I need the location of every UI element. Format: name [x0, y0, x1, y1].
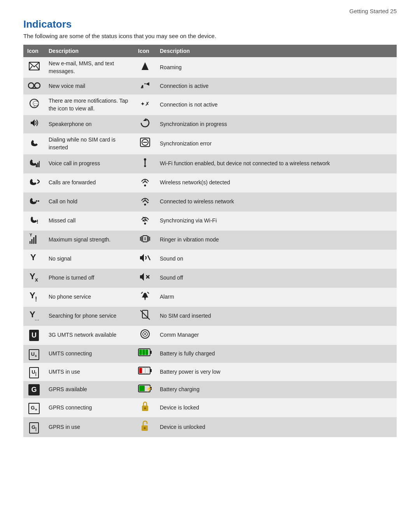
- icon-right: [134, 326, 156, 345]
- desc-right: Comm Manager: [156, 326, 397, 345]
- speakerphone-icon: [29, 118, 39, 128]
- icon-right: [134, 192, 156, 212]
- sync-progress-icon: [140, 118, 150, 128]
- svg-point-81: [144, 427, 146, 429]
- gprs-connecting-icon: G+: [28, 403, 39, 414]
- svg-text:Y: Y: [30, 271, 35, 281]
- desc-left: Speakerphone on: [45, 115, 134, 133]
- icon-right: [134, 269, 156, 288]
- no-sim-icon: [140, 310, 150, 320]
- desc-right: Battery charging: [156, 381, 397, 398]
- sound-off-icon: [139, 272, 151, 282]
- svg-rect-70: [150, 369, 152, 372]
- desc-left: Missed call: [45, 212, 134, 231]
- voicemail-icon: [28, 82, 40, 89]
- vibrate-icon: [140, 234, 150, 244]
- icon-left: U|: [23, 363, 45, 381]
- wireless-detected-icon: [141, 176, 149, 187]
- desc-right: Device is locked: [156, 398, 397, 417]
- icon-left: [23, 133, 45, 154]
- table-row: Dialing while no SIM card is insertedSyn…: [23, 133, 397, 154]
- desc-left: No phone service: [45, 288, 134, 307]
- desc-left: No signal: [45, 250, 134, 269]
- table-header-row: Icon Description Icon Description: [23, 45, 397, 57]
- device-unlocked-icon: [140, 420, 150, 432]
- desc-right: Wireless network(s) detected: [156, 173, 397, 192]
- umts-connecting-icon: U+: [29, 349, 40, 360]
- svg-line-45: [148, 255, 150, 260]
- sync-error-icon: [139, 137, 151, 148]
- svg-text:•◀: •◀: [144, 81, 149, 86]
- table-row: U|UMTS in useBattery power is very low: [23, 363, 397, 381]
- connection-inactive-icon: ✦✗: [140, 99, 150, 108]
- table-row: Speakerphone onSynchronization in progre…: [23, 115, 397, 133]
- desc-right: Synchronization in progress: [156, 115, 397, 133]
- icon-left: Yx: [23, 269, 45, 288]
- icon-right: ⚡: [134, 381, 156, 398]
- desc-right: Ringer in vibration mode: [156, 231, 397, 250]
- svg-point-4: [28, 83, 34, 88]
- icon-left: !: [23, 212, 45, 231]
- no-signal-icon: Y: [30, 252, 38, 263]
- icon-right: [134, 173, 156, 192]
- svg-point-30: [144, 222, 146, 224]
- table-row: 💬There are more notifications. Tap the i…: [23, 94, 397, 115]
- desc-left: GPRS available: [45, 381, 134, 398]
- table-row: Y...Searching for phone serviceNo SIM ca…: [23, 307, 397, 326]
- svg-point-54: [145, 299, 146, 300]
- svg-point-27: [144, 203, 146, 205]
- svg-marker-3: [142, 62, 149, 70]
- svg-line-1: [29, 66, 32, 70]
- icon-left: [23, 115, 45, 133]
- svg-rect-68: [145, 350, 148, 355]
- svg-point-23: [144, 184, 146, 186]
- icon-right: [134, 133, 156, 154]
- max-signal-icon: Y: [30, 233, 39, 244]
- sound-on-icon: [139, 253, 151, 262]
- desc-left: Voice call in progress: [45, 154, 134, 173]
- umts-icon: U: [29, 330, 39, 341]
- icon-right: [134, 115, 156, 133]
- svg-rect-19: [39, 161, 40, 167]
- call-hold-icon: [29, 196, 40, 206]
- icon-left: [23, 154, 45, 173]
- icon-right: [134, 288, 156, 307]
- icon-left: G: [23, 381, 45, 398]
- alarm-icon: [140, 291, 150, 301]
- svg-rect-66: [139, 350, 142, 355]
- desc-right: Sound on: [156, 250, 397, 269]
- section-title: Indicators: [23, 18, 397, 30]
- no-phone-service-icon: Y!: [30, 290, 39, 301]
- connection-active-icon: •◀: [140, 80, 150, 89]
- svg-text:✦✗: ✦✗: [140, 101, 150, 107]
- icon-left: [23, 192, 45, 212]
- wifi-enabled-icon: [142, 157, 148, 168]
- table-row: !Missed callSynchronizing via Wi-Fi: [23, 212, 397, 231]
- desc-left: Dialing while no SIM card is inserted: [45, 133, 134, 154]
- desc-right: Synchronizing via Wi-Fi: [156, 212, 397, 231]
- desc-right: Roaming: [156, 57, 397, 78]
- icon-left: [23, 173, 45, 192]
- svg-text:...: ...: [35, 315, 39, 320]
- indicators-table: Icon Description Icon Description New e-…: [23, 45, 397, 437]
- icon-right: [134, 57, 156, 78]
- icon-left: U: [23, 326, 45, 345]
- table-row: YNo signalSound on: [23, 250, 397, 269]
- icon-right: [134, 363, 156, 381]
- table-row: New voice mail •◀ Connection is active: [23, 78, 397, 94]
- desc-right: Connected to wireless network: [156, 192, 397, 212]
- page-number: Getting Started 25: [23, 8, 397, 14]
- icon-left: 💬: [23, 94, 45, 115]
- device-locked-icon: [140, 401, 150, 412]
- desc-left: Phone is turned off: [45, 269, 134, 288]
- svg-marker-48: [140, 273, 144, 281]
- desc-left: 3G UMTS network available: [45, 326, 134, 345]
- table-row: YMaximum signal strength.Ringer in vibra…: [23, 231, 397, 250]
- desc-right: Sound off: [156, 269, 397, 288]
- icon-right: [134, 417, 156, 437]
- desc-left: Searching for phone service: [45, 307, 134, 326]
- svg-text:⚡: ⚡: [146, 386, 152, 392]
- svg-rect-17: [36, 164, 37, 167]
- svg-point-26: [38, 200, 39, 202]
- svg-point-79: [144, 408, 146, 409]
